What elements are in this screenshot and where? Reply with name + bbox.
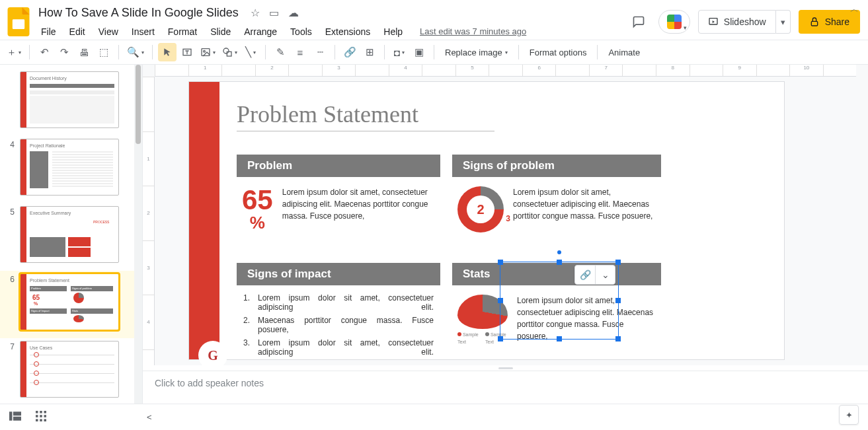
svg-rect-14 (44, 411, 46, 413)
resize-handle-tm[interactable] (557, 260, 562, 265)
slideshow-button[interactable]: Slideshow (698, 10, 776, 34)
resize-handle-br[interactable] (615, 336, 621, 341)
bottom-bar: < ✦ (0, 404, 868, 430)
mask-button[interactable]: ▣ (410, 43, 428, 61)
menu-slide[interactable]: Slide (205, 24, 236, 40)
replace-image-button[interactable]: Replace image (440, 43, 513, 61)
box-signs-of-impact[interactable]: Signs of impact Lorem ipsum dolor sit am… (237, 263, 440, 361)
box-signs-of-problem[interactable]: Signs of problem 2 3 Lorem ipsum dolor s… (452, 155, 661, 242)
crop-button[interactable]: ◘ (390, 43, 409, 61)
resize-handle-tr[interactable] (615, 260, 621, 265)
textbox-tool[interactable] (178, 43, 196, 61)
zoom-button[interactable]: 🔍 (124, 43, 147, 61)
menu-format[interactable]: Format (163, 24, 202, 40)
border-weight-button[interactable]: ≡ (291, 43, 309, 61)
head-signs: Signs of problem (452, 155, 661, 177)
border-dash-button[interactable]: ┄ (311, 43, 329, 61)
menu-help[interactable]: Help (378, 24, 408, 40)
thumb-3[interactable]: 3 Document History (0, 69, 142, 136)
selection-outline[interactable]: 🔗 ⌄ (500, 262, 619, 340)
slide-title[interactable]: Problem Statement (237, 100, 494, 131)
meet-button[interactable] (658, 10, 690, 34)
head-problem: Problem (237, 155, 440, 177)
svg-point-6 (204, 50, 206, 52)
svg-rect-15 (36, 415, 38, 417)
thumb-7[interactable]: 7 Use Cases (0, 338, 142, 404)
cloud-saved-icon: ☁ (288, 7, 299, 19)
svg-rect-17 (44, 415, 46, 417)
horizontal-ruler: 12345678910 (155, 65, 856, 77)
menu-arrange[interactable]: Arrange (239, 24, 282, 40)
format-options-button[interactable]: Format options (524, 43, 592, 61)
svg-rect-9 (9, 412, 13, 421)
redo-button[interactable]: ↷ (55, 43, 73, 61)
slide-number: 7 (5, 342, 15, 351)
linked-chart-toolbar: 🔗 ⌄ (574, 265, 615, 285)
svg-rect-8 (227, 52, 231, 56)
resize-handle-bm[interactable] (557, 336, 562, 341)
star-icon[interactable]: ☆ (251, 7, 260, 19)
menu-edit[interactable]: Edit (64, 24, 91, 40)
svg-rect-1 (13, 19, 24, 29)
grid-view-icon[interactable] (36, 411, 46, 423)
filmstrip-scrollbar[interactable] (134, 65, 142, 404)
move-icon[interactable]: ▭ (269, 7, 279, 19)
notes-resize-grip[interactable] (143, 365, 868, 371)
resize-handle-rm[interactable] (615, 298, 621, 303)
explore-button[interactable]: ✦ (839, 405, 859, 425)
rotate-handle[interactable] (557, 250, 561, 254)
slide-canvas[interactable]: G Problem Statement Problem 65% Lorem ip… (189, 82, 784, 359)
linked-chart-dropdown-icon[interactable]: ⌄ (595, 266, 615, 284)
speaker-notes[interactable]: Click to add speaker notes (143, 371, 868, 404)
stat-65: 65% (242, 186, 273, 231)
svg-rect-10 (13, 412, 21, 415)
svg-rect-11 (13, 417, 21, 421)
select-tool[interactable] (158, 43, 177, 61)
slide-number: 6 (5, 275, 15, 284)
animate-button[interactable]: Animate (603, 43, 645, 61)
resize-handle-bl[interactable] (498, 336, 503, 341)
share-label: Share (825, 17, 849, 27)
paint-format-button[interactable]: ⬚ (95, 43, 113, 61)
undo-button[interactable]: ↶ (35, 43, 54, 61)
box-problem[interactable]: Problem 65% Lorem ipsum dolor sit amet, … (237, 155, 440, 240)
slide-decoration-bar (189, 82, 219, 359)
menu-file[interactable]: File (36, 24, 61, 40)
svg-rect-20 (44, 419, 46, 421)
last-edit[interactable]: Last edit was 7 minutes ago (420, 26, 526, 36)
menu-view[interactable]: View (93, 24, 124, 40)
thumb-6[interactable]: 6 Problem Statement Problem Signs of pro… (0, 271, 142, 338)
thumb-title: Problem Statement (30, 278, 69, 283)
add-comment-button[interactable]: ⊞ (360, 43, 379, 61)
link-button[interactable]: 🔗 (340, 43, 359, 61)
line-tool[interactable]: ╲ (241, 43, 260, 61)
menu-extensions[interactable]: Extensions (320, 24, 375, 40)
doc-title[interactable]: How To Save A Slide In Google Slides (36, 5, 241, 21)
svg-rect-18 (36, 419, 38, 421)
menu-tools[interactable]: Tools (285, 24, 317, 40)
resize-handle-tl[interactable] (498, 260, 503, 265)
linked-chart-unlink-icon[interactable]: 🔗 (575, 266, 595, 284)
svg-rect-3 (811, 21, 817, 26)
new-slide-button[interactable]: ＋ (4, 43, 24, 61)
vertical-ruler: 12345 (143, 77, 155, 404)
toolbar: ＋ ↶ ↷ 🖶 ⬚ 🔍 ╲ ✎ ≡ ┄ 🔗 ⊞ ◘ ▣ Replace imag… (0, 40, 868, 65)
filmstrip-view-icon[interactable] (9, 412, 21, 423)
image-tool[interactable] (198, 43, 218, 61)
collapse-filmstrip-icon[interactable]: < (147, 412, 152, 422)
thumb-5[interactable]: 5 Executive Summary PROCESS (0, 203, 142, 271)
menu-insert[interactable]: Insert (126, 24, 160, 40)
thumb-4[interactable]: 4 Project Rationale (0, 136, 142, 203)
slide-number: 4 (5, 140, 15, 149)
resize-handle-lm[interactable] (498, 298, 503, 303)
collapse-toolbar-icon[interactable]: ︿ (850, 3, 859, 15)
comments-icon[interactable] (627, 10, 651, 34)
shape-tool[interactable] (219, 43, 240, 61)
editor-area[interactable]: 12345678910 12345 G Problem Statement Pr… (143, 65, 868, 404)
slides-logo[interactable] (5, 9, 32, 35)
svg-rect-19 (40, 419, 42, 421)
border-color-button[interactable]: ✎ (271, 43, 290, 61)
slideshow-dropdown[interactable]: ▾ (776, 10, 791, 34)
slide-number: 5 (5, 207, 15, 217)
print-button[interactable]: 🖶 (75, 43, 93, 61)
